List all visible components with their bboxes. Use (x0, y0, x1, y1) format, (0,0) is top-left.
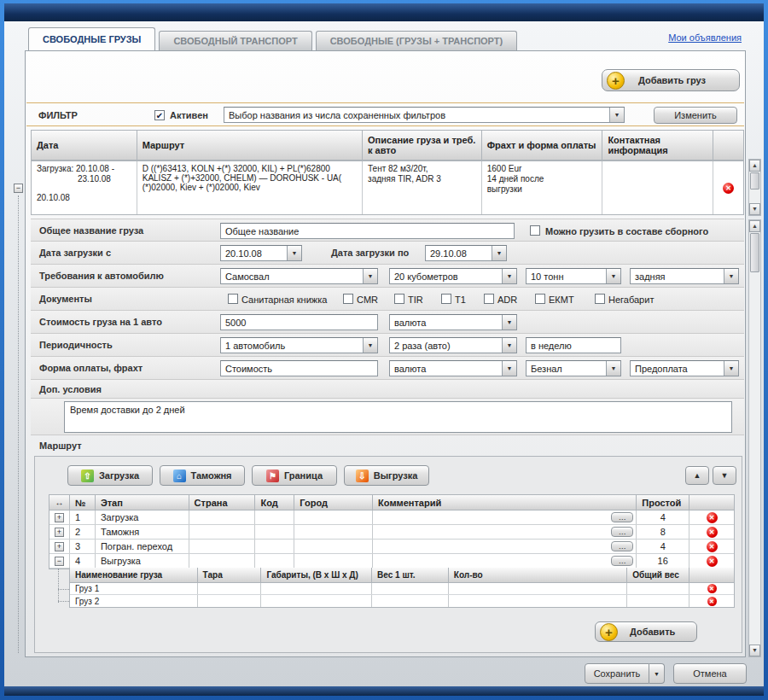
move-stage-up-button[interactable]: ▲ (685, 466, 709, 485)
edit-filter-button[interactable]: Изменить (654, 107, 737, 124)
delete-item-icon[interactable]: ✕ (707, 597, 717, 606)
delete-item-icon[interactable]: ✕ (707, 584, 717, 593)
expand-row-icon[interactable]: + (55, 513, 64, 522)
vehicle-loading-select[interactable]: задняя ▼ (630, 268, 739, 284)
my-ads-link[interactable]: Мои объявления (668, 32, 742, 43)
doc-checkbox-cmr[interactable] (343, 294, 353, 304)
vehicle-type-select[interactable]: Самосвал ▼ (220, 268, 378, 284)
chevron-down-icon[interactable]: ▼ (502, 315, 516, 330)
route-row[interactable]: + 3 Погран. переход … 4 ✕ (49, 540, 734, 554)
chevron-down-icon[interactable]: ▼ (609, 108, 624, 122)
tab-free-cargo-transport[interactable]: СВОБОДНЫЕ (ГРУЗЫ + ТРАНСПОРТ) (316, 31, 518, 50)
tree-line (58, 569, 59, 603)
col-header-description[interactable]: Описание груза и треб. к авто (363, 131, 482, 160)
add-cargo-button[interactable]: + Добавить груз (602, 69, 740, 91)
chevron-down-icon[interactable]: ▼ (363, 338, 377, 353)
item-quantity (449, 595, 627, 607)
payment-method-select[interactable]: Безнал ▼ (526, 360, 621, 376)
scroll-down-icon[interactable]: ▼ (749, 203, 760, 215)
chevron-down-icon[interactable]: ▼ (492, 246, 506, 260)
tab-bar: СВОБОДНЫЕ ГРУЗЫ СВОБОДНЫЙ ТРАНСПОРТ СВОБ… (28, 27, 517, 50)
col-header-date[interactable]: Дата (32, 131, 137, 160)
chevron-down-icon[interactable]: ▼ (502, 338, 516, 353)
col-header-contact[interactable]: Контактная информация (602, 131, 713, 160)
collapse-details-button[interactable]: − (14, 184, 23, 193)
date-to-select[interactable]: 29.10.08 ▼ (425, 245, 507, 261)
tab-free-cargo[interactable]: СВОБОДНЫЕ ГРУЗЫ (28, 27, 155, 50)
chevron-down-icon[interactable]: ▼ (606, 269, 620, 283)
scroll-down-icon[interactable]: ▼ (749, 645, 760, 656)
saved-filter-select[interactable]: Выбор названия из числа сохраненных филь… (224, 107, 625, 123)
item-col-tare: Тара (198, 568, 262, 583)
form-row-route-label: Маршрут (31, 435, 744, 456)
route-row[interactable]: − 4 Выгрузка … 16 ✕ (49, 554, 734, 569)
chevron-down-icon[interactable]: ▼ (606, 361, 620, 376)
tab-free-transport[interactable]: СВОБОДНЫЙ ТРАНСПОРТ (159, 31, 311, 50)
col-header-freight[interactable]: Фрахт и форма оплаты (482, 131, 603, 160)
doc-checkbox-sanitary[interactable] (228, 294, 238, 304)
delete-row-icon[interactable]: ✕ (707, 527, 718, 538)
form-scrollbar[interactable]: ▲ ▼ (748, 219, 761, 657)
expand-row-icon[interactable]: + (55, 542, 64, 551)
scroll-up-icon[interactable]: ▲ (749, 160, 760, 172)
periodicity-vehicles-select[interactable]: 1 автомобиль ▼ (220, 337, 378, 353)
table-scrollbar-thumb[interactable] (750, 172, 759, 190)
tree-branch (58, 589, 69, 590)
chevron-down-icon[interactable]: ▼ (363, 269, 377, 283)
doc-checkbox-adr[interactable] (484, 294, 494, 304)
doc-checkbox-ekmt[interactable] (535, 294, 545, 304)
doc-label-oversize: Негабарит (608, 295, 654, 305)
vehicle-volume-select[interactable]: 20 кубометров ▼ (389, 268, 517, 284)
filter-active-label: Активен (170, 110, 208, 120)
doc-checkbox-tir[interactable] (394, 294, 404, 304)
date-from-select[interactable]: 20.10.08 ▼ (220, 245, 302, 261)
vehicle-weight-select[interactable]: 10 тонн ▼ (526, 268, 621, 284)
cargo-row[interactable]: Загрузка: 20.10.08 - 23.10.08 20.10.08 D… (31, 160, 744, 215)
expand-row-icon[interactable]: + (55, 528, 64, 537)
delete-cargo-icon[interactable]: ✕ (723, 183, 734, 194)
save-options-button[interactable]: ▼ (649, 663, 665, 684)
table-scrollbar[interactable]: ▲ ▼ (748, 159, 761, 216)
periodicity-times-select[interactable]: 2 раза (авто) ▼ (389, 337, 517, 353)
add-cargo-item-button[interactable]: + Добавить (595, 621, 697, 642)
form-scrollbar-thumb[interactable] (750, 233, 759, 272)
chevron-down-icon[interactable]: ▼ (287, 246, 301, 260)
chevron-down-icon[interactable]: ▼ (724, 269, 738, 283)
add-unloading-stage-button[interactable]: ⇩ Выгрузка (344, 465, 429, 486)
comment-more-button[interactable]: … (611, 556, 633, 566)
save-button[interactable]: Сохранить (585, 663, 649, 684)
composite-cargo-checkbox[interactable] (530, 225, 540, 236)
collapse-row-icon[interactable]: − (55, 557, 64, 566)
filter-active-checkbox[interactable]: ✔ (154, 110, 165, 120)
move-stage-down-button[interactable]: ▼ (713, 466, 736, 485)
cost-currency-select[interactable]: валюта ▼ (389, 314, 517, 330)
periodicity-period-input[interactable]: в неделю (526, 337, 621, 353)
delete-row-icon[interactable]: ✕ (707, 556, 718, 567)
delete-row-icon[interactable]: ✕ (707, 512, 718, 523)
cargo-item-row[interactable]: Груз 1 ✕ (70, 583, 734, 595)
comment-more-button[interactable]: … (611, 527, 633, 537)
route-row[interactable]: + 1 Загрузка … 4 ✕ (49, 510, 734, 525)
delete-row-icon[interactable]: ✕ (707, 541, 718, 552)
add-border-stage-button[interactable]: ⚑ Граница (252, 465, 337, 486)
chevron-down-icon[interactable]: ▼ (724, 361, 738, 376)
col-header-route[interactable]: Маршрут (137, 131, 363, 160)
cost-input[interactable]: 5000 (220, 314, 378, 330)
comment-more-button[interactable]: … (611, 512, 633, 522)
cargo-item-row[interactable]: Груз 2 ✕ (70, 595, 734, 607)
general-name-input[interactable]: Общее название (220, 223, 515, 239)
route-row[interactable]: + 2 Таможня … 8 ✕ (49, 525, 734, 540)
doc-checkbox-oversize[interactable] (595, 294, 605, 304)
doc-checkbox-t1[interactable] (441, 294, 451, 304)
conditions-textarea[interactable]: Время доставки до 2 дней (64, 401, 732, 433)
chevron-down-icon[interactable]: ▼ (502, 361, 516, 376)
add-loading-stage-button[interactable]: ⇧ Загрузка (67, 465, 153, 486)
payment-prepay-select[interactable]: Предоплата ▼ (630, 360, 739, 376)
payment-cost-input[interactable]: Стоимость (220, 360, 378, 376)
comment-more-button[interactable]: … (611, 541, 633, 551)
add-customs-stage-button[interactable]: ⌂ Таможня (160, 465, 245, 486)
chevron-down-icon[interactable]: ▼ (502, 269, 516, 283)
scroll-up-icon[interactable]: ▲ (749, 220, 760, 232)
cancel-button[interactable]: Отмена (673, 663, 747, 684)
payment-currency-select[interactable]: валюта ▼ (389, 360, 517, 376)
